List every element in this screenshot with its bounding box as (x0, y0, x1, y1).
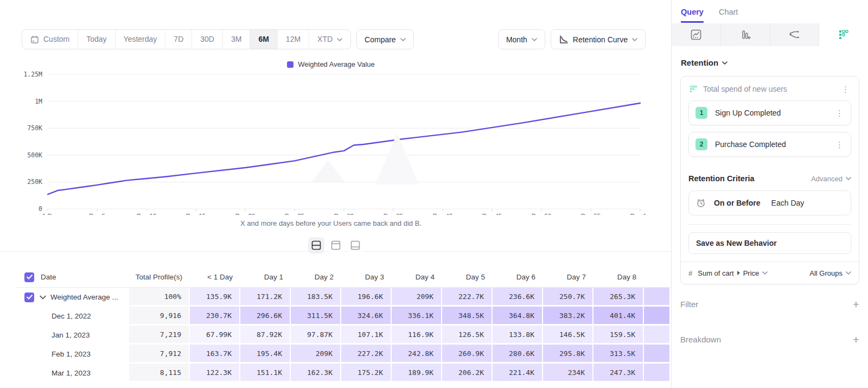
criteria-interval[interactable]: Each Day (771, 199, 805, 207)
criteria-card[interactable]: On or Before Each Day (688, 190, 851, 215)
row-label: Weighted Average ... (50, 293, 118, 301)
x-axis-tick-label: Day 50 (532, 213, 551, 215)
chart-type-button[interactable]: Retention Curve (551, 29, 646, 49)
chevron-down-icon (532, 38, 537, 41)
date-range-label: 7D (174, 30, 183, 49)
select-all-checkbox[interactable] (24, 272, 34, 282)
y-axis-tick-label: 1.25M (23, 71, 42, 78)
date-range-xtd[interactable]: XTD (309, 30, 350, 49)
criteria-operator[interactable]: On or Before (714, 199, 761, 207)
overflow-value-cell (644, 307, 671, 326)
retention-value-cell: 313.5K (593, 345, 644, 364)
report-type-insights-tab[interactable] (672, 23, 721, 46)
total-profiles-cell: 7,912 (129, 345, 190, 364)
table-row: Jan 1, 20237,21967.99K87.92K97.87K107.1K… (16, 326, 671, 345)
retention-value-cell: 324.6K (341, 307, 392, 326)
retention-value-cell: 260.9K (442, 345, 493, 364)
layout-chart-only-button[interactable] (328, 237, 344, 253)
behavior-kebab-menu[interactable]: ⋮ (840, 85, 851, 93)
total-profiles-cell: 9,916 (129, 307, 190, 326)
tab-query[interactable]: Query (681, 8, 704, 23)
retention-value-cell: 401.4K (593, 307, 644, 326)
retention-value-cell: 209K (291, 345, 341, 364)
date-range-segmented-control: CustomTodayYesterday7D30D3M6M12MXTD (22, 29, 351, 49)
expand-chevron-icon[interactable] (40, 295, 46, 300)
table-row: Dec 1, 20229,916230.7K296.6K311.5K324.6K… (16, 307, 671, 326)
chevron-down-icon (400, 38, 406, 41)
column-header-day-8: Day 8 (593, 267, 644, 287)
retention-line-chart[interactable]: 1.25M1M750K500K250K0< 1 DayDay 5Day 10Da… (16, 67, 646, 215)
x-axis-tick-label: Day 15 (186, 213, 206, 215)
sidebar-tabs: Query Chart (672, 0, 868, 23)
retention-value-cell: 295.8K (543, 345, 593, 364)
x-axis-tick-label: Day 45 (482, 213, 502, 215)
behavior-step-1[interactable]: 1Sign Up Completed⋮ (688, 100, 851, 125)
column-header-day-5: Day 5 (442, 267, 493, 287)
date-range-3m[interactable]: 3M (222, 30, 250, 49)
date-range-yesterday[interactable]: Yesterday (115, 30, 165, 49)
table-row: Mar 1, 20238,115122.3K151.1K162.3K175.2K… (16, 364, 671, 383)
save-as-new-behavior-button[interactable]: Save as New Behavior (688, 232, 851, 254)
row-date-cell: Feb 1, 2023 (16, 345, 129, 364)
retention-value-cell: 171.2K (240, 288, 291, 307)
date-range-7d[interactable]: 7D (165, 30, 192, 49)
retention-value-cell: 336.1K (392, 307, 442, 326)
retention-dots-icon (837, 28, 850, 41)
date-range-label: XTD (317, 30, 333, 49)
retention-value-cell: 67.99K (190, 326, 240, 345)
retention-value-cell: 296.6K (240, 307, 291, 326)
row-date-cell: Dec 1, 2022 (16, 307, 129, 326)
date-range-30d[interactable]: 30D (192, 30, 222, 49)
retention-section-label: Retention (681, 58, 718, 67)
report-type-funnels-tab[interactable] (721, 23, 770, 46)
x-axis-tick-label: Day 5 (89, 213, 105, 215)
retention-value-cell: 206.2K (442, 364, 493, 383)
report-type-flows-tab[interactable] (770, 23, 820, 46)
check-icon (27, 295, 33, 300)
date-range-6m[interactable]: 6M (250, 30, 277, 49)
groups-label: All Groups (809, 269, 843, 277)
add-breakdown-button[interactable]: + (853, 334, 859, 345)
header-date: Date (16, 267, 129, 287)
check-icon (27, 275, 33, 279)
x-axis-tick-label: Day 25 (285, 213, 304, 215)
report-type-retention-tab[interactable] (819, 23, 868, 46)
groups-dropdown[interactable]: All Groups (809, 269, 851, 277)
step-kebab-menu[interactable]: ⋮ (834, 109, 845, 117)
filter-label: Filter (680, 300, 698, 309)
layout-split-view-button[interactable] (308, 237, 324, 253)
row-checkbox[interactable] (24, 292, 34, 302)
retention-value-cell: 222.7K (442, 288, 493, 307)
numeric-property-icon: # (688, 269, 692, 277)
retention-value-cell: 151.1K (240, 364, 291, 383)
column-header-date: Date (41, 273, 56, 281)
criteria-mode-dropdown[interactable]: Advanced (811, 175, 851, 183)
retention-value-cell: 126.5K (442, 326, 493, 345)
x-axis-tick-label: Day 40 (433, 213, 452, 215)
total-profiles-cell: 8,115 (129, 364, 190, 383)
retention-value-cell: 250.7K (543, 288, 593, 307)
chevron-down-icon (846, 177, 851, 180)
compare-button[interactable]: Compare (356, 29, 414, 49)
step-kebab-menu[interactable]: ⋮ (834, 141, 845, 149)
add-filter-button[interactable]: + (853, 298, 859, 310)
y-axis-tick-label: 750K (27, 124, 42, 132)
property-dropdown[interactable]: Sum of cart Price (698, 269, 768, 277)
retention-section-header[interactable]: Retention (681, 58, 859, 67)
retention-value-cell: 163.7K (190, 345, 240, 364)
x-axis-tick-label: Day 10 (137, 213, 156, 215)
row-label: Feb 1, 2023 (16, 350, 91, 358)
tab-chart[interactable]: Chart (719, 8, 738, 23)
date-range-label: Yesterday (124, 30, 157, 49)
date-range-custom[interactable]: Custom (22, 30, 78, 49)
date-range-today[interactable]: Today (78, 30, 114, 49)
behavior-step-2[interactable]: 2Purchase Completed⋮ (688, 132, 851, 157)
granularity-button[interactable]: Month (498, 29, 545, 49)
query-sidebar: Query Chart (671, 0, 868, 388)
property-label: Price (743, 269, 760, 277)
date-range-12m[interactable]: 12M (277, 30, 309, 49)
layout-table-only-button[interactable] (347, 237, 363, 253)
table-header-row: DateTotal Profile(s)< 1 DayDay 1Day 2Day… (16, 267, 671, 288)
chart-svg: 1.25M1M750K500K250K0< 1 DayDay 5Day 10Da… (16, 67, 646, 215)
x-axis-tick-label: < 1 Day (37, 213, 59, 215)
